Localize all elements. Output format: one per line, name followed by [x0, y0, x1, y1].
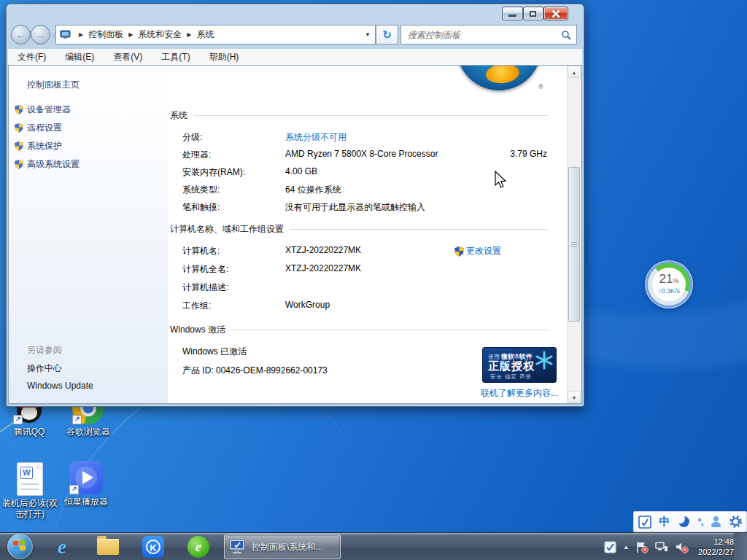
window-body: 控制面板主页 设备管理器 远程设置 系统保护 高级系统设置 另请参阅 操作中心 … — [8, 65, 582, 404]
processor-value: AMD Ryzen 7 5800X 8-Core Processor — [285, 149, 438, 159]
sidebar-item-control-panel-home[interactable]: 控制面板主页 — [27, 79, 80, 91]
change-settings[interactable]: 更改设置 — [454, 245, 501, 257]
taskbar-clock[interactable]: 12:48 2022/2/27 — [698, 537, 734, 557]
processor-speed: 3.79 GHz — [481, 149, 547, 159]
search-input[interactable] — [406, 29, 561, 41]
start-button[interactable] — [7, 534, 33, 559]
network-icon[interactable] — [655, 541, 668, 553]
scrollbar-thumb[interactable] — [568, 167, 580, 322]
row-rating: 分级: 系统分级不可用 — [182, 131, 547, 143]
speed-ball-widget[interactable]: 21% ↑0.3K/s — [645, 260, 693, 308]
taskbar-360-browser-button[interactable]: e — [186, 534, 211, 559]
vertical-scrollbar[interactable]: ▲ ▼ — [567, 66, 581, 403]
kugou-icon: K — [142, 536, 164, 558]
address-bar[interactable]: ▶ 控制面板 ▶ 系统和安全 ▶ 系统 ▼ — [55, 25, 376, 44]
breadcrumb-separator-icon: ▶ — [187, 31, 191, 38]
desktop-screen: ↗ 腾讯QQ ↗ 谷歌浏览器 W 装机后必读(双击打开) ↗ 恒星播放器 21%… — [0, 0, 747, 560]
taskbar-active-window-button[interactable]: 控制面板\系统和... — [224, 534, 341, 559]
activation-status: Windows 已激活 — [182, 346, 247, 358]
sidebar-item-device-manager[interactable]: 设备管理器 — [27, 104, 71, 116]
uac-shield-icon — [15, 160, 23, 169]
volume-muted-icon[interactable] — [675, 541, 689, 553]
taskbar-explorer-button[interactable] — [96, 534, 120, 559]
widget-progress-ring: 21% ↑0.3K/s — [648, 263, 690, 306]
sidebar-item-remote-settings[interactable]: 远程设置 — [27, 122, 62, 134]
rating-unavailable-link[interactable]: 系统分级不可用 — [285, 131, 347, 144]
back-button[interactable]: ← — [11, 25, 31, 44]
row-system-type: 系统类型: 64 位操作系统 — [182, 184, 547, 195]
menu-file[interactable]: 文件(F) — [8, 51, 55, 63]
row-processor: 处理器: AMD Ryzen 7 5800X 8-Core Processor … — [182, 149, 547, 160]
title-bar[interactable] — [7, 4, 584, 25]
menu-help[interactable]: 帮助(H) — [200, 51, 249, 63]
sidebar-item-advanced-settings[interactable]: 高级系统设置 — [27, 158, 80, 171]
control-panel-icon — [60, 30, 71, 39]
sidebar-item-windows-update[interactable]: Windows Update — [27, 381, 93, 391]
menu-edit[interactable]: 编辑(E) — [55, 51, 104, 63]
scroll-up-button[interactable]: ▲ — [568, 66, 581, 78]
widget-percent: 21 — [659, 272, 673, 286]
system-tray: ▲ 12:48 2022/2/27 — [604, 533, 734, 560]
breadcrumb-system[interactable]: 系统 — [196, 28, 214, 41]
taskbar-ie-button[interactable]: e — [50, 534, 74, 559]
minimize-button[interactable] — [502, 7, 523, 20]
sidebar-item-action-center[interactable]: 操作中心 — [27, 362, 62, 375]
thumb-grip — [571, 242, 577, 243]
uac-shield-icon — [454, 246, 464, 257]
action-center-flag-icon[interactable] — [635, 541, 649, 553]
refresh-button[interactable]: ↻ — [376, 25, 398, 44]
shortcut-arrow-icon: ↗ — [69, 485, 79, 494]
breadcrumb-separator-icon: ▶ — [79, 31, 83, 38]
tray-expand-icon[interactable]: ▲ — [623, 544, 629, 551]
forward-button[interactable]: → — [31, 25, 50, 44]
computer-name-value: XTZJ-20220227MK — [285, 245, 361, 255]
search-icon[interactable] — [561, 30, 571, 40]
folder-icon — [97, 539, 119, 555]
row-pen-touch: 笔和触摸: 没有可用于此显示器的笔或触控输入 — [182, 201, 547, 213]
clock-time: 12:48 — [698, 537, 734, 547]
active-task-label: 控制面板\系统和... — [252, 541, 322, 553]
sidebar-item-system-protection[interactable]: 系统保护 — [27, 140, 62, 152]
desktop-icon-label: 恒星播放器 — [64, 497, 108, 508]
widget-percent-unit: % — [673, 277, 678, 284]
breadcrumb-control-panel[interactable]: 控制面板 — [88, 28, 123, 41]
ime-settings-gear-icon[interactable] — [729, 516, 742, 528]
section-header-computer-name: 计算机名称、域和工作组设置 — [170, 223, 548, 236]
maximize-button[interactable] — [523, 7, 543, 20]
uac-shield-icon — [15, 141, 23, 151]
menu-tools[interactable]: 工具(T) — [152, 51, 199, 63]
taskbar-kugou-button[interactable]: K — [141, 534, 166, 559]
ime-fullwidth-moon-icon[interactable] — [678, 516, 690, 528]
see-also-header: 另请参阅 — [27, 344, 62, 357]
scroll-down-button[interactable]: ▼ — [568, 391, 581, 403]
ime-chinese-mode[interactable]: 中 — [659, 515, 670, 529]
control-panel-window-icon — [229, 539, 247, 555]
search-box[interactable] — [400, 25, 577, 44]
sidebar: 控制面板主页 设备管理器 远程设置 系统保护 高级系统设置 另请参阅 操作中心 … — [9, 66, 168, 403]
menu-bar: 文件(F) 编辑(E) 查看(V) 工具(T) 帮助(H) — [8, 49, 582, 66]
ime-bar: 中 °, — [633, 511, 747, 532]
document-icon: W — [17, 462, 43, 496]
taskbar: e K e 控制面板\系统和... ▲ — [0, 532, 747, 560]
breadcrumb-system-security[interactable]: 系统和安全 — [138, 28, 182, 41]
address-dropdown-icon[interactable]: ▼ — [365, 31, 371, 38]
show-desktop-button[interactable] — [734, 533, 747, 560]
tray-security-check-icon[interactable] — [604, 541, 616, 553]
ime-punctuation[interactable]: °, — [698, 516, 703, 527]
desktop-icon-label: 谷歌浏览器 — [66, 427, 111, 438]
close-button[interactable] — [543, 7, 568, 20]
learn-more-link[interactable]: 联机了解更多内容... — [481, 387, 558, 400]
shortcut-arrow-icon: ↗ — [13, 415, 23, 424]
ime-status-icon[interactable] — [638, 516, 651, 529]
menu-view[interactable]: 查看(V) — [104, 51, 152, 63]
row-full-name: 计算机全名: XTZJ-20220227MK — [182, 263, 547, 275]
change-settings-link[interactable]: 更改设置 — [466, 245, 501, 257]
genuine-software-badge[interactable]: 使用微软®软件 正版授权 安全 稳定 声誉 — [482, 347, 557, 383]
desktop-icon-player[interactable]: ↗ 恒星播放器 — [64, 461, 108, 508]
browser-360-icon: e — [187, 536, 209, 558]
uac-shield-icon — [15, 105, 23, 114]
ime-skin-person-icon[interactable] — [711, 516, 721, 527]
product-id: 产品 ID: 00426-OEM-8992662-00173 — [182, 365, 328, 377]
desktop-icon-readme[interactable]: W 装机后必读(双击打开) — [1, 462, 58, 520]
section-header-activation: Windows 激活 — [170, 324, 548, 336]
